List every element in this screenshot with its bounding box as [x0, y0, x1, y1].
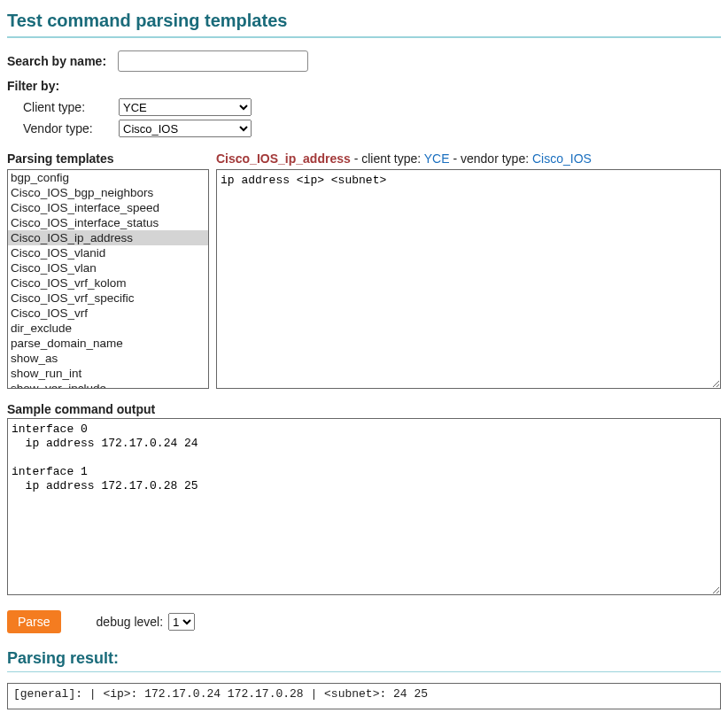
list-item[interactable]: Cisco_IOS_vrf_specific	[8, 291, 208, 306]
parsing-result-header: Parsing result:	[7, 649, 721, 668]
client-type-value-link[interactable]: YCE	[424, 151, 450, 166]
sample-output-textarea[interactable]	[7, 418, 721, 595]
debug-level-select[interactable]: 1	[168, 613, 195, 631]
parsing-templates-label: Parsing templates	[7, 151, 209, 166]
parse-button[interactable]: Parse	[7, 610, 61, 633]
list-item[interactable]: Cisco_IOS_interface_status	[8, 215, 208, 230]
template-name: Cisco_IOS_ip_address	[216, 151, 351, 166]
list-item[interactable]: show_as	[8, 351, 208, 366]
list-item[interactable]: show_ver_include	[8, 381, 208, 389]
list-item[interactable]: Cisco_IOS_vlan	[8, 260, 208, 275]
vendor-type-text: - vendor type:	[450, 151, 532, 166]
list-item[interactable]: show_run_int	[8, 366, 208, 381]
parsing-result-output: [general]: | <ip>: 172.17.0.24 172.17.0.…	[7, 683, 721, 709]
list-item[interactable]: Cisco_IOS_vrf	[8, 306, 208, 321]
search-input[interactable]	[118, 50, 308, 72]
list-item[interactable]: Cisco_IOS_vrf_kolom	[8, 275, 208, 291]
vendor-type-value-link[interactable]: Cisco_IOS	[532, 151, 592, 166]
filter-by-label: Filter by:	[7, 79, 721, 93]
search-label: Search by name:	[7, 54, 118, 68]
list-item[interactable]: Cisco_IOS_bgp_neighbors	[8, 185, 208, 200]
client-type-select[interactable]: YCE	[119, 98, 252, 116]
list-item[interactable]: Cisco_IOS_interface_speed	[8, 200, 208, 215]
list-item[interactable]: Cisco_IOS_ip_address	[8, 230, 208, 245]
client-type-label: Client type:	[23, 100, 119, 114]
list-item[interactable]: bgp_config	[8, 170, 208, 185]
template-detail-header: Cisco_IOS_ip_address - client type: YCE …	[216, 151, 721, 166]
parsing-templates-listbox[interactable]: bgp_configCisco_IOS_bgp_neighborsCisco_I…	[7, 169, 209, 389]
client-type-text: - client type:	[351, 151, 424, 166]
divider	[7, 671, 721, 672]
template-content-textarea[interactable]	[216, 169, 721, 389]
sample-output-label: Sample command output	[7, 402, 721, 416]
divider	[7, 36, 721, 38]
vendor-type-label: Vendor type:	[23, 121, 119, 136]
vendor-type-select[interactable]: Cisco_IOS	[119, 120, 252, 137]
debug-level-label: debug level:	[97, 615, 164, 629]
list-item[interactable]: dir_exclude	[8, 321, 208, 336]
page-title: Test command parsing templates	[7, 11, 721, 31]
list-item[interactable]: parse_domain_name	[8, 336, 208, 351]
list-item[interactable]: Cisco_IOS_vlanid	[8, 245, 208, 260]
